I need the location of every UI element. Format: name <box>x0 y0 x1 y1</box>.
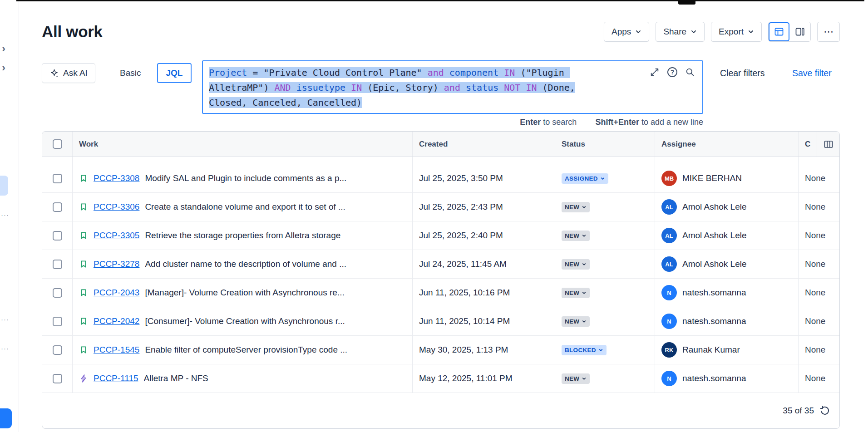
created-cell: Jul 25, 2025, 2:40 PM <box>413 221 555 250</box>
created-cell: Jun 11, 2025, 10:16 PM <box>413 279 555 307</box>
work-cell: PCCP-2042[Consumer]- Volume Creation wit… <box>73 307 413 335</box>
category-cell: None <box>799 307 839 335</box>
apps-button[interactable]: Apps <box>604 22 649 42</box>
column-header-work[interactable]: Work <box>73 132 413 157</box>
shift-enter-hint: Shift+Enter to add a new line <box>595 118 703 127</box>
status-badge[interactable]: BLOCKED <box>562 345 607 355</box>
row-checkbox[interactable] <box>53 231 62 241</box>
status-label: NEW <box>565 375 579 382</box>
status-badge[interactable]: NEW <box>562 373 590 384</box>
jql-line: Project = "Private Cloud Control Plane" … <box>209 65 639 80</box>
select-all-checkbox[interactable] <box>53 139 62 149</box>
search-hints: Enter to search Shift+Enter to add a new… <box>202 118 703 127</box>
column-header-assignee[interactable]: Assignee <box>655 132 799 157</box>
refresh-icon[interactable] <box>819 405 830 416</box>
help-icon[interactable]: ? <box>667 67 677 77</box>
detail-view-button[interactable] <box>789 22 810 41</box>
assignee-cell: MBMIKE BERHAN <box>655 164 799 192</box>
avatar: N <box>661 371 677 386</box>
story-icon <box>79 288 88 297</box>
row-checkbox[interactable] <box>53 288 62 298</box>
jql-line: AlletraMP") AND issuetype IN (Epic, Stor… <box>209 80 639 95</box>
issue-key-link[interactable]: PCCP-3278 <box>94 259 139 269</box>
jql-mode-button[interactable]: JQL <box>157 63 192 83</box>
share-button[interactable]: Share <box>656 22 705 42</box>
story-icon <box>79 317 88 326</box>
status-badge[interactable]: NEW <box>562 316 590 327</box>
work-cell: PCCP-3278Add cluster name to the descrip… <box>73 250 413 278</box>
issue-key-link[interactable]: PCCP-2042 <box>94 316 139 326</box>
issue-summary: Modify SAL and Plugin to include comment… <box>145 173 346 183</box>
row-checkbox[interactable] <box>53 202 62 212</box>
export-button[interactable]: Export <box>711 22 762 42</box>
assignee-name: natesh.somanna <box>682 288 746 298</box>
assignee-name: Raunak Kumar <box>682 345 740 355</box>
assignee-name: Amol Ashok Lele <box>682 231 747 241</box>
status-cell: NEW <box>555 279 655 307</box>
status-badge[interactable]: NEW <box>562 259 590 270</box>
created-cell: May 30, 2025, 1:13 PM <box>413 336 555 364</box>
row-checkbox[interactable] <box>53 345 62 355</box>
page-header: All work Apps Share Export <box>42 18 840 45</box>
status-label: NEW <box>565 318 579 325</box>
sidebar-active-item[interactable] <box>0 176 8 196</box>
table-row: PCCP-1115Alletra MP - NFSMay 12, 2025, 1… <box>42 364 839 393</box>
chevron-right-icon[interactable]: › <box>2 62 5 73</box>
search-icon[interactable] <box>685 67 695 77</box>
status-badge[interactable]: ASSIGNED <box>562 173 608 184</box>
story-icon <box>79 345 88 354</box>
jql-editor[interactable]: Project = "Private Cloud Control Plane" … <box>202 60 703 114</box>
status-cell: NEW <box>555 364 655 393</box>
collapsed-sidebar: › › ··· ··· ··· <box>0 1 19 432</box>
issue-key-link[interactable]: PCCP-3306 <box>94 202 139 212</box>
issue-key-link[interactable]: PCCP-2043 <box>94 288 139 298</box>
assignee-cell: RKRaunak Kumar <box>655 336 799 364</box>
assignee-name: natesh.somanna <box>682 316 746 326</box>
sidebar-bottom-button[interactable] <box>0 408 12 428</box>
row-checkbox-cell <box>42 364 73 393</box>
issue-key-link[interactable]: PCCP-1545 <box>94 345 139 355</box>
column-header-truncated[interactable]: C <box>799 132 839 157</box>
work-cell: PCCP-1115Alletra MP - NFS <box>73 364 413 393</box>
jql-line: Closed, Canceled, Cancelled) <box>209 95 639 110</box>
status-cell: BLOCKED <box>555 336 655 364</box>
work-cell: PCCP-3308Modify SAL and Plugin to includ… <box>73 164 413 192</box>
created-cell: Jul 25, 2025, 3:50 PM <box>413 164 555 192</box>
issue-summary: Create a standalone volume and export it… <box>145 202 345 212</box>
status-badge[interactable]: NEW <box>562 231 590 241</box>
status-badge[interactable]: NEW <box>562 202 590 212</box>
issue-key-link[interactable]: PCCP-3308 <box>94 173 139 183</box>
assignee-cell: ALAmol Ashok Lele <box>655 221 799 250</box>
row-checkbox[interactable] <box>53 317 62 326</box>
table-row: PCCP-3308Modify SAL and Plugin to includ… <box>42 164 839 193</box>
jql-selection: Project = "Private Cloud Control Plane" … <box>209 67 570 78</box>
column-settings-button[interactable] <box>817 132 839 157</box>
row-checkbox[interactable] <box>53 174 62 183</box>
row-checkbox[interactable] <box>53 260 62 269</box>
issue-summary: [Manager]- Volume Creation with Asynchro… <box>145 288 344 298</box>
status-cell: NEW <box>555 307 655 335</box>
row-checkbox[interactable] <box>53 374 62 383</box>
status-label: NEW <box>565 204 579 211</box>
issue-key-link[interactable]: PCCP-3305 <box>94 231 139 241</box>
list-view-button[interactable] <box>769 22 789 41</box>
issue-summary: Alletra MP - NFS <box>144 373 208 383</box>
basic-mode-button[interactable]: Basic <box>113 63 147 83</box>
sidebar-dots: ··· <box>1 315 9 323</box>
page-title: All work <box>42 23 103 41</box>
save-filter-link[interactable]: Save filter <box>792 63 832 83</box>
detail-view-icon <box>794 26 805 37</box>
issue-key-link[interactable]: PCCP-1115 <box>94 373 138 383</box>
column-header-created[interactable]: Created <box>413 132 555 157</box>
ask-ai-button[interactable]: Ask AI <box>42 63 95 83</box>
expand-icon[interactable] <box>650 67 660 77</box>
row-checkbox-cell <box>42 221 73 250</box>
status-badge[interactable]: NEW <box>562 288 590 298</box>
chevron-right-icon[interactable]: › <box>2 43 5 54</box>
issue-summary: Retrieve the storage properties from All… <box>145 231 340 241</box>
clear-filters-button[interactable]: Clear filters <box>720 63 765 83</box>
list-view-icon <box>774 26 784 37</box>
row-checkbox-cell <box>42 164 73 192</box>
column-header-status[interactable]: Status <box>555 132 655 157</box>
more-button[interactable]: ⋯ <box>817 22 840 42</box>
